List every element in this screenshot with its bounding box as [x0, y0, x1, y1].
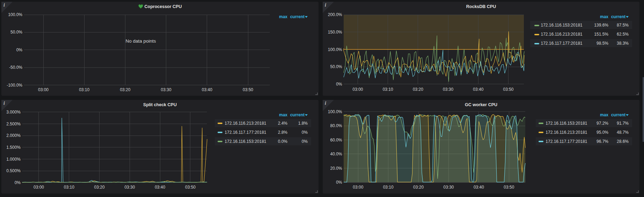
- svg-text:03:50: 03:50: [504, 185, 514, 190]
- svg-text:03:40: 03:40: [474, 185, 484, 190]
- svg-text:2.500%: 2.500%: [6, 122, 21, 126]
- svg-text:03:00: 03:00: [352, 87, 363, 92]
- svg-text:03:20: 03:20: [120, 87, 130, 92]
- svg-text:03:00: 03:00: [34, 185, 44, 190]
- svg-text:100.0%: 100.0%: [8, 12, 22, 17]
- svg-text:50.0%: 50.0%: [330, 64, 342, 69]
- svg-text:150.0%: 150.0%: [328, 30, 342, 35]
- svg-text:1.000%: 1.000%: [6, 157, 21, 162]
- svg-text:0%: 0%: [336, 180, 342, 185]
- svg-text:03:10: 03:10: [64, 185, 74, 190]
- svg-text:03:10: 03:10: [79, 87, 89, 92]
- svg-text:03:00: 03:00: [38, 87, 49, 92]
- svg-text:100.0%: 100.0%: [328, 109, 342, 114]
- svg-text:60.0%: 60.0%: [330, 138, 342, 143]
- svg-text:03:40: 03:40: [473, 87, 483, 92]
- svg-text:0%: 0%: [336, 82, 342, 87]
- svg-text:80.0%: 80.0%: [330, 123, 342, 128]
- svg-text:1.500%: 1.500%: [6, 145, 21, 150]
- svg-text:20.0%: 20.0%: [330, 166, 342, 171]
- svg-text:0.500%: 0.500%: [6, 168, 21, 173]
- svg-text:2.000%: 2.000%: [6, 133, 21, 138]
- svg-text:0%: 0%: [16, 48, 23, 52]
- svg-text:03:50: 03:50: [185, 185, 196, 190]
- svg-text:03:10: 03:10: [383, 185, 394, 190]
- svg-text:0%: 0%: [15, 180, 21, 185]
- svg-text:03:50: 03:50: [503, 87, 513, 92]
- svg-text:03:30: 03:30: [124, 185, 135, 190]
- svg-text:03:40: 03:40: [202, 87, 212, 92]
- svg-text:3.000%: 3.000%: [6, 110, 21, 115]
- svg-text:-50.0%: -50.0%: [9, 65, 22, 70]
- svg-text:03:40: 03:40: [155, 185, 165, 190]
- svg-text:200.0%: 200.0%: [328, 12, 342, 17]
- svg-text:50.0%: 50.0%: [10, 30, 22, 35]
- svg-text:40.0%: 40.0%: [330, 152, 342, 156]
- svg-text:03:20: 03:20: [94, 185, 105, 190]
- svg-text:03:30: 03:30: [161, 87, 171, 92]
- svg-text:03:10: 03:10: [383, 87, 393, 92]
- svg-text:03:00: 03:00: [353, 185, 363, 190]
- svg-text:03:20: 03:20: [413, 185, 424, 190]
- svg-text:03:30: 03:30: [443, 87, 453, 92]
- svg-text:03:50: 03:50: [243, 87, 253, 92]
- svg-text:03:30: 03:30: [443, 185, 454, 190]
- svg-text:03:20: 03:20: [413, 87, 423, 92]
- svg-text:-100.0%: -100.0%: [7, 83, 22, 88]
- svg-text:100.0%: 100.0%: [328, 47, 342, 52]
